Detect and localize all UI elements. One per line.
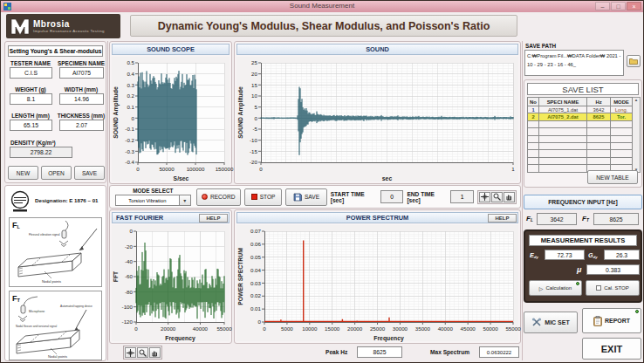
pan-tool-icon[interactable]	[149, 347, 161, 358]
graph-tools	[477, 190, 517, 204]
svg-text:1: 1	[511, 166, 515, 172]
tools-icon	[531, 318, 542, 327]
crosshair-tool-icon[interactable]	[125, 347, 136, 358]
svg-text:40000: 40000	[438, 325, 454, 332]
tapping-rod	[74, 310, 86, 332]
svg-text:50000: 50000	[483, 325, 498, 332]
end-time-field[interactable]: 1	[450, 190, 474, 203]
stop-icon	[251, 194, 257, 200]
svg-text:FFT: FFT	[113, 271, 119, 282]
svg-text:20000: 20000	[161, 325, 176, 332]
astm-logo-icon	[10, 190, 32, 214]
control-row: MODE SELECT Torsion Vibration ▾ RECORD S…	[109, 185, 521, 209]
save-list-row-selected[interactable]: 2 Al7075_2.dat 8625 Tor.	[528, 113, 633, 120]
save-list-empty-row[interactable]	[528, 128, 633, 135]
save-list-empty-row[interactable]	[528, 157, 633, 164]
led-icon	[576, 282, 579, 285]
weight-field[interactable]: 8.1	[10, 93, 52, 105]
fft-help-button[interactable]: HELP	[199, 214, 228, 223]
save-recording-button[interactable]: SAVE	[285, 188, 326, 206]
end-time-label: END TIME [sec]	[407, 191, 447, 203]
svg-text:-60: -60	[125, 273, 134, 279]
width-label: WIDTH (mm)	[56, 86, 106, 92]
calculation-button[interactable]: ▷ Calculation	[529, 280, 582, 296]
microphone-icon	[62, 230, 66, 238]
frequency-input-button[interactable]: FREQUENCY INPUT [Hz]	[524, 195, 642, 209]
folder-icon	[629, 58, 638, 65]
sound-title: SOUND	[236, 44, 518, 55]
svg-text:25000: 25000	[370, 325, 386, 332]
max-spectrum-field: 0.0630222	[479, 346, 519, 358]
browse-folder-button[interactable]	[627, 55, 641, 67]
svg-text:0: 0	[132, 115, 135, 121]
gdy-value-field: 26.3	[604, 250, 640, 260]
chevron-down-icon[interactable]: ▾	[180, 195, 191, 206]
thickness-field[interactable]: 2.07	[59, 120, 104, 131]
save-list-empty-row[interactable]	[528, 150, 633, 157]
sound-waves-icon	[59, 241, 68, 247]
new-table-button[interactable]: NEW TABLE	[587, 170, 638, 184]
specimen-name-field[interactable]: Al7075	[59, 67, 104, 79]
pan-tool-icon[interactable]	[504, 192, 515, 202]
open-button[interactable]: OPEN	[41, 166, 72, 180]
svg-text:30000: 30000	[393, 325, 408, 332]
title-bar[interactable]: Sound Measurement – □ ×	[1, 1, 643, 12]
length-field[interactable]: 65.15	[10, 120, 52, 131]
svg-text:25: 25	[251, 59, 257, 65]
graph-tools-bottom	[123, 346, 162, 360]
results-title: MEASUREMENT RESULTS	[529, 235, 637, 246]
svg-text:15: 15	[251, 82, 257, 88]
stop-button[interactable]: STOP	[244, 188, 283, 206]
svg-text:S/sec: S/sec	[174, 175, 189, 182]
power-help-button[interactable]: HELP	[488, 214, 517, 223]
svg-text:0.05: 0.05	[250, 254, 262, 260]
crosshair-tool-icon[interactable]	[479, 192, 490, 202]
mic-set-button[interactable]: MIC SET	[524, 312, 578, 333]
brand-name: Mbrosia	[33, 19, 105, 30]
sound-scope-chart: 050000100000150000-0.4-0.3-0.2-0.100.10.…	[112, 57, 230, 182]
col-hz: Hz	[587, 98, 611, 106]
power-spectrum-title: POWER SPECTRUM HELP	[236, 212, 518, 223]
zoom-tool-icon[interactable]	[491, 192, 503, 202]
svg-text:-0.2: -0.2	[125, 137, 134, 143]
start-time-field[interactable]: 0	[380, 190, 404, 203]
fl-value-field: 3642	[537, 213, 577, 225]
edy-value-field: 72.73	[545, 250, 585, 260]
svg-text:55000: 55000	[505, 325, 521, 332]
close-button[interactable]: ×	[627, 2, 641, 10]
fl-label: FL	[526, 215, 533, 223]
tester-name-field[interactable]: C.I.S	[10, 67, 52, 79]
cal-stop-button[interactable]: Cal. STOP	[586, 280, 640, 296]
brand-tagline: Impulse Resonance Acoustic Testing	[33, 29, 105, 33]
svg-text:0: 0	[259, 166, 263, 172]
report-button[interactable]: REPORT	[582, 308, 641, 333]
play-icon: ▷	[539, 285, 544, 291]
save-path-label: SAVE PATH	[525, 43, 556, 49]
save-settings-button[interactable]: SAVE	[74, 166, 105, 180]
record-label: RECORD	[210, 194, 236, 200]
scroll-up-icon[interactable]: ▲	[634, 98, 638, 102]
record-button[interactable]: RECORD	[196, 188, 241, 206]
svg-text:100000: 100000	[187, 166, 205, 172]
svg-text:10000: 10000	[302, 325, 318, 332]
maximize-button[interactable]: □	[611, 2, 626, 10]
zoom-tool-icon[interactable]	[137, 347, 148, 358]
svg-text:40000: 40000	[193, 325, 209, 332]
save-list-scrollbar[interactable]: ▲ ▼	[633, 97, 641, 173]
save-list-empty-row[interactable]	[528, 120, 633, 127]
save-list-empty-row[interactable]	[528, 142, 633, 149]
svg-text:0: 0	[136, 166, 140, 172]
app-window: Sound Measurement – □ × Mbrosia Impulse …	[0, 0, 644, 363]
new-button[interactable]: NEW	[8, 166, 38, 180]
save-list-empty-row[interactable]	[528, 135, 633, 142]
width-field[interactable]: 14.96	[59, 93, 104, 105]
col-mode: MODE	[611, 98, 633, 106]
minimize-button[interactable]: –	[595, 2, 610, 10]
save-list-row[interactable]: 1 Al7075_1.dat 3642 Long.	[528, 106, 633, 113]
ft-value-field: 8625	[593, 213, 639, 225]
save-path-field[interactable]: C:₩Program Fil...₩DATA Folder₩ 2021 - 10…	[524, 50, 624, 76]
exit-button[interactable]: EXIT	[582, 338, 641, 360]
mode-select-dropdown[interactable]: Torsion Vibration ▾	[115, 195, 191, 206]
svg-text:0.03: 0.03	[250, 280, 262, 286]
ft-mic-label: Microphone	[29, 310, 45, 313]
